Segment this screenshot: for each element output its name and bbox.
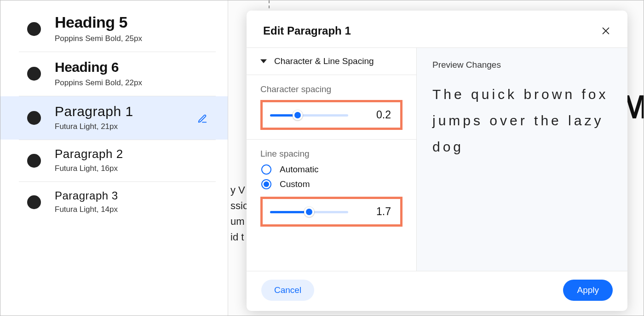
accordion-character-line-spacing[interactable]: Character & Line Spacing <box>247 48 416 75</box>
character-spacing-label: Character spacing <box>260 84 402 94</box>
style-desc: Poppins Semi Bold, 22px <box>55 78 207 88</box>
line-spacing-slider[interactable] <box>270 208 348 216</box>
modal-title: Edit Paragraph 1 <box>263 24 601 37</box>
accordion-label: Character & Line Spacing <box>274 56 374 66</box>
radio-label: Automatic <box>280 164 318 175</box>
line-spacing-value[interactable]: 1.7 <box>357 205 393 218</box>
text-styles-panel: Heading 5 Poppins Semi Bold, 25px Headin… <box>0 0 228 316</box>
preview-column: Preview Changes The quick brown fox jump… <box>417 48 627 271</box>
style-name: Paragraph 3 <box>55 189 207 202</box>
line-spacing-radio-automatic[interactable]: Automatic <box>261 164 402 175</box>
svg-marker-2 <box>260 59 267 63</box>
line-spacing-control: 1.7 <box>260 197 402 227</box>
chevron-down-icon <box>260 58 267 64</box>
style-swatch <box>27 111 41 125</box>
preview-heading: Preview Changes <box>432 60 612 70</box>
apply-button[interactable]: Apply <box>563 280 613 301</box>
close-icon[interactable] <box>601 26 611 36</box>
style-item-heading-6[interactable]: Heading 6 Poppins Semi Bold, 22px <box>0 52 228 96</box>
style-desc: Futura Light, 14px <box>55 205 207 214</box>
modal-body: Character & Line Spacing Character spaci… <box>247 47 627 271</box>
cancel-button[interactable]: Cancel <box>261 280 314 301</box>
pencil-icon[interactable] <box>197 114 207 124</box>
style-item-paragraph-3[interactable]: Paragraph 3 Futura Light, 14px <box>0 182 228 222</box>
line-spacing-radio-custom[interactable]: Custom <box>261 179 402 189</box>
style-item-heading-5[interactable]: Heading 5 Poppins Semi Bold, 25px <box>0 6 228 52</box>
character-spacing-slider[interactable] <box>270 111 348 119</box>
style-name: Heading 5 <box>55 13 207 31</box>
slider-fill <box>270 211 309 213</box>
radio-icon <box>261 179 271 189</box>
style-name: Paragraph 1 <box>55 104 193 120</box>
character-spacing-control: 0.2 <box>260 100 402 130</box>
style-name: Paragraph 2 <box>55 147 207 161</box>
style-desc: Futura Light, 21px <box>55 122 193 131</box>
style-swatch <box>27 154 41 168</box>
modal-header: Edit Paragraph 1 <box>247 11 627 47</box>
section-character-spacing: Character spacing 0.2 <box>247 75 416 139</box>
slider-thumb[interactable] <box>304 207 314 217</box>
edit-style-modal: Edit Paragraph 1 Character & Line Spacin… <box>247 11 627 311</box>
line-spacing-label: Line spacing <box>260 149 402 159</box>
preview-text: The quick brown fox jumps over the lazy … <box>432 81 612 160</box>
canvas-ghost-text: y V ssic um id t <box>230 182 248 245</box>
character-spacing-value[interactable]: 0.2 <box>357 109 393 121</box>
style-name: Heading 6 <box>55 59 207 76</box>
settings-column: Character & Line Spacing Character spaci… <box>247 48 417 271</box>
radio-label: Custom <box>280 179 310 189</box>
style-item-paragraph-2[interactable]: Paragraph 2 Futura Light, 16px <box>0 140 228 181</box>
radio-icon <box>261 164 271 175</box>
style-item-paragraph-1[interactable]: Paragraph 1 Futura Light, 21px <box>0 96 228 140</box>
section-line-spacing: Line spacing Automatic Custom 1.7 <box>247 139 416 236</box>
style-swatch <box>27 22 41 36</box>
modal-footer: Cancel Apply <box>247 271 627 311</box>
slider-thumb[interactable] <box>293 110 303 120</box>
style-swatch <box>27 195 41 209</box>
style-desc: Poppins Semi Bold, 25px <box>55 34 207 43</box>
style-swatch <box>27 67 41 81</box>
style-desc: Futura Light, 16px <box>55 164 207 173</box>
